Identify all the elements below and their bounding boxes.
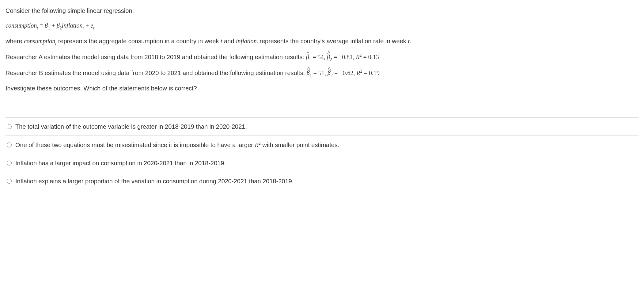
option-1[interactable]: The total variation of the outcome varia… [6,117,638,136]
resA-r2-sym: R [356,54,359,60]
option-3-text: Inflation has a larger impact on consump… [15,158,226,168]
desc-mid2: and [222,38,236,44]
radio-icon[interactable] [7,161,12,166]
eq-sign: = [40,22,45,29]
regression-equation: consumptiont = β1 + β2inflationt + et [6,21,638,31]
desc-period: . [410,38,411,44]
option-1-text: The total variation of the outcome varia… [15,122,247,131]
radio-icon[interactable] [7,143,12,147]
resB-beta2-val: = −0.62, [333,69,357,76]
desc-post: represents the country's average inflati… [258,38,408,44]
desc-pre: where [6,38,24,44]
eq-rhs-var: inflation [62,22,83,29]
resB-r2-val: = 0.19 [362,69,380,76]
resB-beta1-hat: β [307,68,310,77]
desc-infl-var: inflation [236,38,257,44]
resB-r2-sup: 2 [360,69,362,74]
researcher-b-results: Researcher B estimates the model using d… [6,68,638,78]
resB-beta1-sub: 1 [310,73,312,78]
resA-beta1-val: = 54, [311,54,327,60]
variable-description: where consumptiont represents the aggreg… [6,36,638,47]
option-2[interactable]: One of these two equations must be mises… [6,136,638,154]
eq-beta1: β [45,22,48,29]
resA-r2-val: = 0.13 [362,54,379,60]
desc-cons-sub: t [55,41,56,46]
radio-icon[interactable] [7,124,12,129]
desc-mid1: represents the aggregate consumption in … [56,38,221,44]
eq-err-sub: t [93,26,94,30]
option-2-r-sym: R [255,142,259,148]
eq-lhs-sub: t [37,26,38,30]
eq-plus1: + [51,22,56,29]
resA-beta2-val: = −0.81, [332,54,356,60]
resB-r2-sym: R [357,69,360,76]
radio-icon[interactable] [7,179,12,184]
option-4[interactable]: Inflation explains a larger proportion o… [6,172,638,190]
desc-infl-sub: t [257,41,258,46]
researcher-a-results: Researcher A estimates the model using d… [6,52,638,63]
resA-r2-sup: 2 [360,53,362,58]
eq-rhs-sub: t [83,26,84,30]
resA-pre: Researcher A estimates the model using d… [6,54,306,60]
option-2-r-sup: 2 [259,141,261,146]
eq-lhs-var: consumption [6,22,37,29]
eq-beta2: β [57,22,60,29]
resA-beta2-sub: 2 [330,57,332,62]
option-2-text: One of these two equations must be mises… [15,140,339,150]
resB-pre: Researcher B estimates the model using d… [6,69,307,76]
desc-cons-var: consumption [24,38,55,44]
eq-plus2: + [85,22,90,29]
eq-beta2-sub: 2 [60,26,62,30]
resA-beta1-sub: 1 [309,57,311,62]
resB-beta2-sub: 2 [331,73,333,78]
option-2-post: with smaller point estimates. [261,142,339,148]
question-intro: Consider the following simple linear reg… [6,6,638,15]
option-3[interactable]: Inflation has a larger impact on consump… [6,154,638,172]
eq-err: e [90,22,93,29]
option-4-text: Inflation explains a larger proportion o… [15,177,294,186]
option-2-pre: One of these two equations must be mises… [15,142,255,148]
question-prompt: Investigate these outcomes. Which of the… [6,84,638,93]
resA-beta2-hat: β [327,52,330,62]
resB-beta1-val: = 51, [312,69,328,76]
eq-beta1-sub: 1 [48,26,50,30]
answer-options: The total variation of the outcome varia… [6,117,638,190]
resB-beta2-hat: β [328,68,331,77]
resA-beta1-hat: β [306,52,309,62]
